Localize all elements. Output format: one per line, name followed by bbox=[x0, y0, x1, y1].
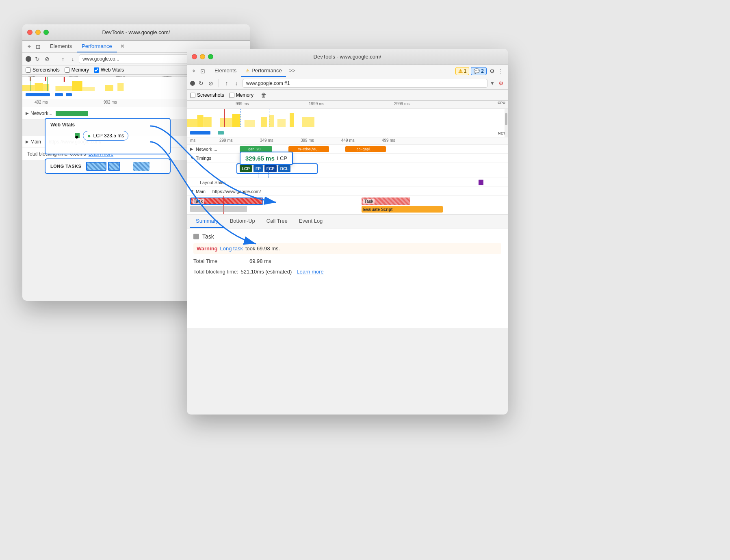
record-icon[interactable] bbox=[26, 56, 31, 62]
minimize-button[interactable] bbox=[35, 30, 41, 35]
front-tab-performance[interactable]: ⚠ Performance bbox=[241, 65, 286, 77]
svg-rect-15 bbox=[204, 117, 212, 127]
task-block-2[interactable]: Task bbox=[362, 198, 410, 205]
web-vitals-content: ● ● LCP 323.5 ms bbox=[50, 131, 165, 141]
front-total-blocking-value: 521.10ms (estimated) bbox=[241, 269, 292, 275]
layout-shifts-label: Layout Shifts bbox=[195, 180, 226, 185]
front-settings-red-icon[interactable]: ⚙ bbox=[497, 80, 505, 87]
task-color-box bbox=[193, 234, 199, 239]
front-total-blocking-label: Total blocking time: bbox=[193, 269, 238, 275]
download-icon[interactable]: ↓ bbox=[69, 55, 76, 63]
upload-icon[interactable]: ↑ bbox=[59, 55, 67, 63]
svg-rect-1 bbox=[35, 83, 43, 91]
network-item-1: gen_20... bbox=[240, 146, 272, 152]
tl-399: 399 ms bbox=[301, 138, 314, 143]
back-network-label: Network... bbox=[30, 111, 52, 116]
vline-1 bbox=[239, 154, 239, 178]
scroll-thumb[interactable] bbox=[505, 113, 507, 125]
front-tab-elements[interactable]: Elements bbox=[210, 65, 241, 77]
timings-header: ▼ Timings bbox=[187, 154, 508, 163]
bottom-tabs-bar: Summary Bottom-Up Call Tree Event Log bbox=[187, 215, 508, 228]
front-cpu-chart bbox=[187, 109, 508, 127]
long-task-link[interactable]: Long task bbox=[220, 245, 243, 252]
web-vitals-highlight: Web Vitals ● ● LCP 323.5 ms bbox=[45, 118, 171, 154]
front-layers-icon[interactable]: ⊡ bbox=[199, 67, 206, 75]
tab-close[interactable]: ✕ bbox=[117, 41, 128, 52]
front-learn-more[interactable]: Learn more bbox=[297, 269, 323, 275]
front-maximize-button[interactable] bbox=[208, 54, 213, 59]
lcp-badge-back: ● LCP 323.5 ms bbox=[83, 131, 128, 141]
front-download-icon[interactable]: ↓ bbox=[233, 80, 240, 87]
total-blocking-row: Total blocking time: 521.10ms (estimated… bbox=[193, 266, 501, 277]
front-memory-checkbox[interactable]: Memory bbox=[229, 92, 253, 98]
memory-checkbox[interactable]: Memory bbox=[65, 67, 89, 73]
front-more-icon[interactable]: ⋮ bbox=[497, 67, 505, 75]
bottom-tab-summary[interactable]: Summary bbox=[190, 215, 224, 228]
svg-rect-20 bbox=[269, 115, 274, 127]
front-reload-icon[interactable]: ↻ bbox=[197, 80, 205, 87]
summary-panel: Task Warning Long task took 69.98 ms. To… bbox=[187, 228, 508, 282]
front-network-row: ▶ Network ... gen_20... m=cdos,hs,... cb… bbox=[187, 145, 508, 154]
svg-rect-5 bbox=[82, 87, 95, 91]
svg-rect-8 bbox=[30, 77, 30, 81]
front-options-bar: Screenshots Memory 🗑 bbox=[187, 90, 508, 101]
front-titlebar: DevTools - www.google.com/ bbox=[187, 49, 508, 65]
back-traffic-lights bbox=[27, 30, 49, 35]
task-block-1[interactable]: Task bbox=[190, 198, 263, 205]
comment-badge[interactable]: 💬 2 bbox=[471, 67, 487, 75]
front-upload-icon[interactable]: ↑ bbox=[223, 80, 230, 87]
summary-task-header: Task bbox=[193, 233, 501, 240]
front-scrollbar[interactable] bbox=[505, 109, 508, 137]
front-gear-icon[interactable]: ⚙ bbox=[488, 67, 496, 75]
front-traffic-lights bbox=[192, 54, 213, 59]
front-record-icon[interactable] bbox=[190, 81, 195, 86]
front-cursor-icon[interactable]: ⌖ bbox=[190, 67, 197, 75]
svg-rect-19 bbox=[261, 117, 267, 127]
front-main-label: Main — https://www.google.com/ bbox=[196, 189, 261, 194]
timing-badges-row: LCP FP FCP DCL bbox=[187, 163, 508, 178]
reload-icon[interactable]: ↻ bbox=[34, 55, 41, 63]
tab-elements[interactable]: Elements bbox=[45, 41, 77, 52]
front-stop-icon[interactable]: ⊘ bbox=[207, 80, 214, 87]
front-address-dropdown[interactable]: ▼ bbox=[490, 80, 495, 86]
stop-icon[interactable]: ⊘ bbox=[43, 55, 51, 63]
bottom-tab-event-log[interactable]: Event Log bbox=[293, 215, 329, 228]
front-close-button[interactable] bbox=[192, 54, 197, 59]
front-minimize-button[interactable] bbox=[200, 54, 205, 59]
web-vitals-checkbox[interactable]: Web Vitals bbox=[94, 67, 124, 73]
maximize-button[interactable] bbox=[43, 30, 49, 35]
front-badges: ⚠ 1 💬 2 ⚙ ⋮ bbox=[455, 67, 505, 75]
timings-label: Timings bbox=[196, 156, 211, 161]
front-cpu-label: CPU bbox=[498, 101, 505, 105]
cursor-icon[interactable]: ⌖ bbox=[26, 43, 33, 50]
warning-badge[interactable]: ⚠ 1 bbox=[455, 67, 470, 75]
layers-icon[interactable]: ⊡ bbox=[35, 43, 42, 50]
svg-rect-3 bbox=[55, 86, 72, 91]
close-button[interactable] bbox=[27, 30, 32, 35]
front-screenshots-checkbox[interactable]: Screenshots bbox=[190, 92, 224, 98]
front-net-bars bbox=[187, 131, 500, 135]
tl-349: 349 ms bbox=[260, 138, 273, 143]
network-item-3: cb=gapi.l... bbox=[345, 146, 386, 152]
bottom-tab-bottom-up[interactable]: Bottom-Up bbox=[224, 215, 261, 228]
task-label-1: Task bbox=[193, 199, 204, 204]
lcp-tooltip: 329.65 ms LCP bbox=[240, 152, 293, 165]
front-address-input[interactable]: www.google.com #1 bbox=[243, 79, 487, 88]
task-label-2: Task bbox=[363, 199, 375, 204]
front-tab-more[interactable]: >> bbox=[286, 65, 299, 77]
total-time-row: Total Time 69.98 ms bbox=[193, 256, 501, 266]
svg-rect-16 bbox=[220, 118, 232, 127]
evaluate-script-block[interactable]: Evaluate Script bbox=[362, 206, 443, 213]
bottom-tab-call-tree[interactable]: Call Tree bbox=[261, 215, 293, 228]
layout-bar bbox=[190, 206, 247, 212]
svg-rect-21 bbox=[277, 119, 286, 127]
total-time-value: 69.98 ms bbox=[249, 258, 271, 264]
tl-499: 499 ms bbox=[382, 138, 395, 143]
svg-rect-6 bbox=[105, 85, 113, 91]
front-addressbar: ↻ ⊘ ↑ ↓ www.google.com #1 ▼ ⚙ bbox=[187, 77, 508, 90]
trash-icon[interactable]: 🗑 bbox=[260, 91, 267, 99]
front-toolbar: ⌖ ⊡ Elements ⚠ Performance >> ⚠ 1 💬 2 ⚙ … bbox=[187, 65, 508, 77]
long-tasks-label: LONG TASKS bbox=[50, 164, 81, 169]
screenshots-checkbox[interactable]: Screenshots bbox=[26, 67, 60, 73]
tab-performance[interactable]: Performance bbox=[77, 41, 117, 52]
